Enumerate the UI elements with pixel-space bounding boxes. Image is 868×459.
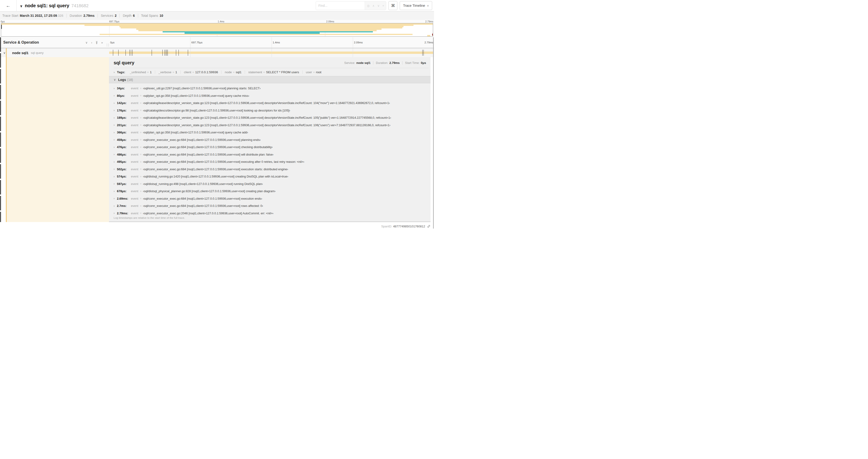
log-expand-chevron-icon[interactable]: ›	[114, 211, 117, 215]
tags-expand-chevron-icon[interactable]: ›	[114, 70, 115, 74]
log-equals: =	[140, 94, 142, 97]
log-row[interactable]: ›2.79ms:event=‹sql/conn_executor_exec.go…	[114, 210, 431, 215]
focus-match-icon[interactable]: ◎	[367, 4, 369, 7]
collapse-trace-chevron-icon[interactable]: ∨	[20, 4, 23, 8]
log-row[interactable]: ›2.69ms:event=‹sql/conn_executor_exec.go…	[114, 195, 431, 202]
log-timestamp: 459μs:	[117, 138, 129, 141]
collapse-all-icon[interactable]: ∨ ∨	[96, 41, 98, 44]
log-field-name: event	[131, 123, 138, 127]
collapse-one-icon[interactable]: ∨	[85, 41, 88, 44]
log-expand-chevron-icon[interactable]: ›	[114, 175, 117, 178]
log-field-name: event	[131, 131, 138, 134]
span-detail-panel: sql query Service:node sql1Duration:2.79…	[109, 57, 431, 222]
log-timestamp: 502μs:	[117, 167, 129, 171]
tags-row[interactable]: › Tags: _unfinished=1_verbose=1client=12…	[109, 68, 431, 76]
log-expand-chevron-icon[interactable]: ›	[114, 167, 117, 171]
log-field-name: event	[131, 87, 138, 90]
log-row[interactable]: ›176μs:event=‹sql/catalog/descs/descript…	[114, 107, 431, 114]
log-row[interactable]: ›366μs:event=‹sql/plan_opt.go:358 [nsql1…	[114, 129, 431, 136]
log-expand-chevron-icon[interactable]: ›	[114, 182, 117, 186]
log-row[interactable]: ›574μs:event=‹sql/distsql_running.go:142…	[114, 173, 431, 180]
log-row[interactable]: ›476μs:event=‹sql/conn_executor_exec.go:…	[114, 143, 431, 151]
log-marker-tick	[176, 50, 176, 56]
header-controls: ◎ ∧ ∨ × ⌘ Trace Timeline ∨	[316, 1, 432, 10]
log-expand-chevron-icon[interactable]: ›	[114, 197, 117, 200]
ruler-tick-label: 0μs	[109, 41, 115, 44]
log-equals: =	[140, 87, 142, 90]
span-bar-wrap[interactable]	[109, 48, 434, 57]
prev-match-icon[interactable]: ∧	[372, 4, 375, 7]
logs-collapse-chevron-icon[interactable]: ∨	[114, 78, 116, 81]
span-row[interactable]: ∨ node sql1 sql query	[0, 48, 434, 57]
log-row[interactable]: ›189μs:event=‹sql/catalog/lease/descript…	[114, 114, 431, 122]
span-row-name-cell[interactable]: ∨ node sql1 sql query	[0, 48, 109, 57]
timeline-gridline	[272, 37, 272, 48]
collapse-controls: ∨ › ∨ ∨ »	[85, 41, 103, 44]
view-dropdown-button[interactable]: Trace Timeline ∨	[400, 1, 432, 10]
column-resize-handle[interactable]	[107, 43, 109, 47]
span-collapse-chevron-icon[interactable]: ∨	[3, 51, 6, 55]
log-row[interactable]: ›502μs:event=‹sql/conn_executor_exec.go:…	[114, 166, 431, 173]
log-field-name: event	[131, 211, 138, 215]
scrollbar-rail[interactable]	[433, 37, 434, 229]
log-row[interactable]: ›459μs:event=‹sql/conn_executor_exec.go:…	[114, 136, 431, 144]
log-row[interactable]: ›80μs:event=‹sql/plan_opt.go:358 [nsql1,…	[114, 92, 431, 100]
expand-all-icon[interactable]: »	[101, 41, 103, 44]
next-match-icon[interactable]: ∨	[377, 4, 380, 7]
minimap-right-marker[interactable]	[432, 34, 433, 36]
log-value: ‹sql/conn_executor_exec.go:684 [nsql1,cl…	[143, 167, 288, 171]
tag-item: client=127.0.0.1:59936	[180, 70, 221, 74]
log-expand-chevron-icon[interactable]: ›	[114, 153, 117, 156]
log-row[interactable]: ›34μs:event=‹sql/exec_util.go:2297 [nsql…	[114, 85, 431, 92]
log-marker-tick	[129, 50, 130, 56]
log-expand-chevron-icon[interactable]: ›	[114, 190, 117, 193]
log-timestamp: 486μs:	[117, 153, 129, 156]
log-expand-chevron-icon[interactable]: ›	[114, 101, 117, 105]
log-field-name: event	[131, 204, 138, 207]
log-timestamp: 2.7ms:	[117, 204, 129, 207]
log-expand-chevron-icon[interactable]: ›	[114, 123, 117, 127]
expand-one-icon[interactable]: ›	[91, 41, 92, 44]
trace-info-item: Duration2.79ms	[66, 14, 97, 18]
log-expand-chevron-icon[interactable]: ›	[114, 160, 117, 163]
find-input[interactable]	[316, 1, 365, 10]
log-row[interactable]: ›142μs:event=‹sql/catalog/lease/descript…	[114, 99, 431, 107]
copy-link-icon[interactable]	[427, 225, 431, 228]
minimap-canvas[interactable]	[1, 23, 433, 37]
log-value: ‹sql/catalog/lease/descriptor_version_st…	[143, 101, 390, 105]
log-equals: =	[140, 168, 142, 170]
log-expand-chevron-icon[interactable]: ›	[114, 204, 117, 207]
logs-accordion-header[interactable]: ∨ Logs (18)	[109, 76, 431, 83]
trace-info-bar: Trace StartMarch 31 2022, 17:25:09.326Du…	[0, 11, 434, 20]
log-expand-chevron-icon[interactable]: ›	[114, 87, 117, 90]
log-row[interactable]: ›2.7ms:event=‹sql/conn_executor_exec.go:…	[114, 202, 431, 210]
log-expand-chevron-icon[interactable]: ›	[114, 138, 117, 141]
trace-minimap: 0μs697.75μs1.4ms2.09ms2.79ms	[0, 20, 434, 37]
minimap-ruler: 0μs697.75μs1.4ms2.09ms2.79ms	[0, 20, 434, 23]
log-field-name: event	[131, 101, 138, 105]
log-row[interactable]: ›495μs:event=‹sql/conn_executor_exec.go:…	[114, 158, 431, 166]
log-timestamp: 2.79ms:	[117, 211, 129, 215]
log-expand-chevron-icon[interactable]: ›	[114, 131, 117, 134]
log-marker-tick	[164, 50, 165, 56]
log-equals: =	[140, 160, 142, 163]
timeline-gridline	[272, 48, 272, 57]
log-expand-chevron-icon[interactable]: ›	[114, 145, 117, 149]
log-expand-chevron-icon[interactable]: ›	[114, 94, 117, 97]
log-row[interactable]: ›201μs:event=‹sql/catalog/lease/descript…	[114, 122, 431, 129]
back-button[interactable]: ←	[0, 0, 17, 11]
keyboard-shortcuts-button[interactable]: ⌘	[389, 1, 397, 10]
trace-title: node sql1: sql query	[25, 3, 69, 8]
log-marker-tick	[131, 50, 131, 56]
ruler-tick-label: 697.75μs	[108, 20, 119, 23]
log-field-name: event	[131, 167, 138, 171]
log-expand-chevron-icon[interactable]: ›	[114, 109, 117, 112]
log-row[interactable]: ›597μs:event=‹sql/distsql_running.go:498…	[114, 180, 431, 188]
log-expand-chevron-icon[interactable]: ›	[114, 116, 117, 120]
log-marker-tick	[152, 50, 152, 56]
log-field-name: event	[131, 175, 138, 178]
log-row[interactable]: ›486μs:event=‹sql/conn_executor_exec.go:…	[114, 151, 431, 158]
tag-item: user=root	[302, 70, 325, 74]
log-row[interactable]: ›678μs:event=‹sql/distsql_physical_plann…	[114, 188, 431, 195]
clear-find-icon[interactable]: ×	[382, 4, 384, 7]
